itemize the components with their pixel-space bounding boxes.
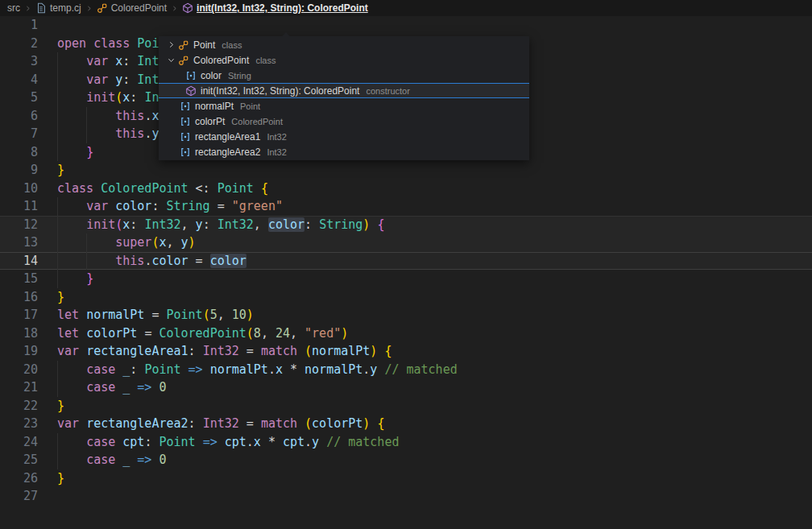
code-line[interactable]: 16} [0, 288, 812, 307]
file-icon [35, 2, 47, 14]
code-line-text: case cpt: Point => cpt.x * cpt.y // matc… [57, 433, 399, 452]
code-line-text: case _ => 0 [57, 451, 166, 469]
line-number[interactable]: 18 [0, 324, 38, 343]
indent-guide [86, 107, 87, 126]
line-number[interactable]: 8 [0, 143, 38, 162]
code-line[interactable]: 10class ColoredPoint <: Point { [0, 180, 812, 198]
breadcrumb-item[interactable]: temp.cj [35, 2, 81, 14]
symbol-detail: Int32 [267, 132, 286, 142]
line-number[interactable]: 27 [0, 487, 38, 506]
code-line-text: } [57, 270, 93, 288]
constructor-icon [185, 85, 197, 97]
code-line[interactable]: 25 case _ => 0 [0, 451, 812, 469]
code-line[interactable]: 22} [0, 397, 812, 415]
line-number[interactable]: 13 [0, 234, 38, 252]
line-number[interactable]: 15 [0, 270, 38, 288]
line-number[interactable]: 24 [0, 433, 38, 452]
code-line-text: this.color = color [57, 252, 246, 271]
indent-guide [57, 143, 58, 162]
constructor-icon [182, 2, 193, 14]
code-line[interactable]: 26} [0, 469, 812, 488]
symbol-name: color [201, 70, 222, 81]
code-line[interactable]: 13 super(x, y) [0, 234, 812, 252]
indent-guide [57, 378, 58, 397]
chevron-right-icon [165, 40, 176, 49]
line-number[interactable]: 10 [0, 180, 38, 198]
indent-guide [57, 216, 58, 234]
line-number[interactable]: 5 [0, 89, 38, 107]
line-number[interactable]: 3 [0, 52, 38, 71]
code-line[interactable]: 17let normalPt = Point(5, 10) [0, 306, 812, 324]
field-icon [180, 147, 191, 158]
symbol-item[interactable]: ColoredPointclass [159, 52, 529, 68]
symbol-item[interactable]: colorString [159, 68, 529, 83]
code-line[interactable]: 23var rectangleArea2: Int32 = match (col… [0, 415, 812, 433]
line-number[interactable]: 16 [0, 288, 38, 307]
code-line-text: } [57, 288, 64, 307]
line-number[interactable]: 17 [0, 306, 38, 324]
line-number[interactable]: 26 [0, 469, 38, 488]
line-number[interactable]: 23 [0, 415, 38, 433]
code-line[interactable]: 27 [0, 487, 812, 506]
code-line-text: var x: Int [57, 52, 159, 71]
line-number[interactable]: 25 [0, 451, 38, 469]
code-line-text: init(x: Int32, y: Int32, color: String) … [57, 216, 384, 234]
breadcrumb-item[interactable]: src [7, 2, 20, 14]
symbol-item[interactable]: colorPtColoredPoint [159, 114, 529, 129]
indent-guide [57, 107, 58, 126]
indent-guide [86, 125, 87, 143]
line-number[interactable]: 11 [0, 197, 38, 216]
code-line-text: let normalPt = Point(5, 10) [57, 306, 254, 324]
symbol-detail: Point [240, 101, 260, 111]
indent-guide [57, 451, 58, 469]
code-line[interactable]: 15 } [0, 270, 812, 288]
code-line[interactable]: 1 [0, 16, 812, 35]
symbol-name: colorPt [195, 116, 225, 127]
editor[interactable]: 12open class Poi3 var x: Int4 var y: Int… [0, 16, 812, 506]
line-number[interactable]: 14 [0, 252, 38, 271]
breadcrumb-item[interactable]: init(Int32, Int32, String): ColoredPoint [182, 2, 368, 14]
code-line[interactable]: 18let colorPt = ColoredPoint(8, 24, "red… [0, 324, 812, 343]
symbol-name: ColoredPoint [193, 55, 249, 66]
symbol-item[interactable]: rectangleArea2Int32 [159, 144, 529, 159]
breadcrumb-separator-icon [171, 5, 178, 12]
breadcrumb-item[interactable]: ColoredPoint [97, 2, 167, 14]
code-line-text: } [57, 143, 93, 162]
line-number[interactable]: 2 [0, 35, 38, 53]
line-number[interactable]: 6 [0, 107, 38, 126]
line-number[interactable]: 19 [0, 342, 38, 361]
breadcrumb: src temp.cj ColoredPoint init(Int32, Int… [0, 0, 812, 16]
line-number[interactable]: 4 [0, 71, 38, 89]
popup-rows: Pointclass ColoredPointclass colorString… [159, 37, 529, 159]
line-number[interactable]: 22 [0, 397, 38, 415]
code-line[interactable]: 12 init(x: Int32, y: Int32, color: Strin… [0, 216, 812, 234]
line-number[interactable]: 20 [0, 361, 38, 379]
line-number[interactable]: 1 [0, 16, 38, 35]
symbol-item[interactable]: Pointclass [159, 37, 529, 52]
line-number[interactable]: 7 [0, 125, 38, 143]
code-line-text: open class Poi [57, 35, 159, 53]
symbol-item[interactable]: init(Int32, Int32, String): ColoredPoint… [159, 83, 529, 98]
code-line[interactable]: 21 case _ => 0 [0, 378, 812, 397]
code-line[interactable]: 24 case cpt: Point => cpt.x * cpt.y // m… [0, 433, 812, 452]
code-line-text: class ColoredPoint <: Point { [57, 180, 268, 198]
code-line-text: case _ => 0 [57, 378, 166, 397]
code-line[interactable]: 11 var color: String = "green" [0, 197, 812, 216]
line-number[interactable]: 12 [0, 216, 38, 234]
indent-guide [57, 361, 58, 379]
symbol-item[interactable]: rectangleArea1Int32 [159, 129, 529, 144]
code-line[interactable]: 20 case _: Point => normalPt.x * normalP… [0, 361, 812, 379]
code-line-text: var y: Int [57, 71, 159, 89]
line-number[interactable]: 9 [0, 161, 38, 180]
code-line[interactable]: 19var rectangleArea1: Int32 = match (nor… [0, 342, 812, 361]
indent-guide [57, 252, 58, 271]
code-line[interactable]: 14 this.color = color [0, 252, 812, 271]
indent-guide [57, 197, 58, 216]
code-line[interactable]: 9} [0, 161, 812, 180]
symbol-name: Point [193, 39, 215, 51]
symbol-item[interactable]: normalPtPoint [159, 98, 529, 114]
line-number[interactable]: 21 [0, 378, 38, 397]
code-line-text: } [57, 397, 64, 415]
breadcrumb-item-label: init(Int32, Int32, String): ColoredPoint [197, 2, 368, 14]
field-icon [185, 70, 197, 81]
